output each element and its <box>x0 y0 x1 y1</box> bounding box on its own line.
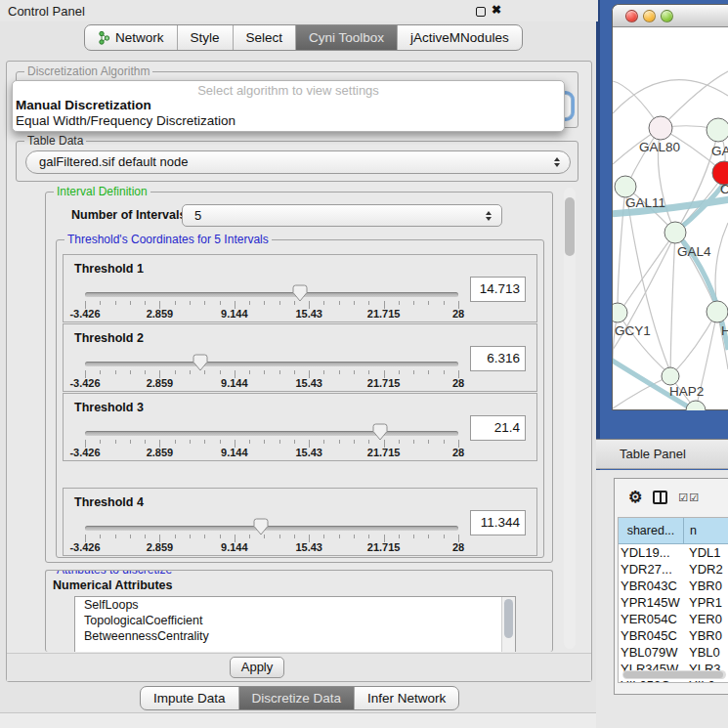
gear-icon[interactable]: ⚙ <box>628 490 642 505</box>
network-icon <box>98 30 110 45</box>
tab-network[interactable]: Network <box>85 25 177 50</box>
combo-stepper-icon <box>554 157 560 167</box>
minimize-traffic-light[interactable] <box>643 10 656 22</box>
column-header-shared[interactable]: shared... <box>619 518 684 544</box>
threshold-slider[interactable]: -3.4262.8599.14415.4321.71528 <box>85 282 458 321</box>
interval-definition-group: Interval Definition Number of Intervals … <box>45 192 553 563</box>
thresholds-list: Threshold 1-3.4262.8599.14415.4321.71528… <box>57 254 543 556</box>
threshold-slider[interactable]: -3.4262.8599.14415.4321.71528 <box>85 421 458 460</box>
node-gal80[interactable] <box>649 116 672 140</box>
dropdown-option-manual[interactable]: Manual Discretization <box>13 98 564 113</box>
tab-style[interactable]: Style <box>177 25 233 50</box>
scale-tick-label: 2.859 <box>147 541 174 553</box>
node-label: GAL11 <box>625 195 665 210</box>
node-gcy1[interactable] <box>613 303 627 322</box>
checkbox-icons[interactable]: ☑☑ <box>678 492 700 504</box>
numerical-attributes-list[interactable]: SelfLoopsTopologicalCoefficientBetweenne… <box>74 596 516 652</box>
table-data-combo[interactable]: galFiltered.sif default node <box>25 150 571 174</box>
node-top-right[interactable] <box>707 118 728 142</box>
float-window-icon[interactable] <box>476 7 486 17</box>
tab-label: Network <box>115 25 164 50</box>
threshold-slider[interactable]: -3.4262.8599.14415.4321.71528 <box>85 352 458 391</box>
apply-button[interactable]: Apply <box>230 657 284 678</box>
dropdown-option-equal-width[interactable]: Equal Width/Frequency Discretization <box>13 113 564 129</box>
thresholds-coordinates-group: Threshold's Coordinates for 5 Intervals … <box>56 239 544 558</box>
attribute-item[interactable]: BetweennessCentrality <box>75 628 515 644</box>
threshold-label: Threshold 1 <box>74 262 144 276</box>
node-gal11[interactable] <box>615 176 636 197</box>
network-window-titlebar[interactable] <box>613 5 728 27</box>
split-columns-icon[interactable] <box>653 491 667 504</box>
scale-tick-label: 9.144 <box>221 377 248 389</box>
table-row[interactable]: YBR043CYBR0 <box>619 578 728 594</box>
node-bottom[interactable] <box>686 401 706 410</box>
scale-tick-label: 28 <box>452 377 464 389</box>
window-bottom-strip <box>0 712 596 728</box>
threshold-value-field[interactable]: 21.4 <box>470 415 526 441</box>
threshold-label: Threshold 3 <box>74 401 144 414</box>
table-cell: YBL079W <box>619 644 684 661</box>
threshold-slider[interactable]: -3.4262.8599.14415.4321.71528 <box>85 516 458 555</box>
table-panel: ⚙ ☑☑ shared... n YDL19...YDL1YDR27...YDR… <box>596 470 728 728</box>
table-row[interactable]: YPR145WYPR1 <box>619 594 728 611</box>
node-label: GCY1 <box>615 323 651 338</box>
threshold-value-field[interactable]: 14.713 <box>470 277 526 302</box>
panel-vertical-scrollbar[interactable] <box>564 188 576 649</box>
scrollbar-thumb[interactable] <box>565 197 575 256</box>
threshold-label: Threshold 4 <box>74 495 144 509</box>
slider-thumb-icon[interactable] <box>253 518 269 535</box>
tab-discretize-data[interactable]: Discretize Data <box>238 687 355 709</box>
scale-tick-label: 15.43 <box>295 377 322 389</box>
number-of-intervals-combo[interactable]: 5 <box>182 204 502 227</box>
node-gal4[interactable] <box>664 222 686 243</box>
table-cell: YBR043C <box>619 578 684 594</box>
table-row[interactable]: YDL19...YDL1 <box>619 544 728 561</box>
scrollbar-thumb[interactable] <box>504 599 513 638</box>
group-title: Threshold's Coordinates for 5 Intervals <box>64 233 272 246</box>
table-row[interactable]: YER054CYER0 <box>619 611 728 627</box>
close-icon[interactable]: ✖ <box>492 3 501 17</box>
table-row[interactable]: YBL079WYBL0 <box>619 644 728 661</box>
apply-row: Apply <box>7 653 591 681</box>
table-row[interactable]: YBR045CYBR0 <box>619 627 728 644</box>
combo-value: 5 <box>194 208 201 223</box>
threshold-value-field[interactable]: 11.344 <box>470 510 526 535</box>
tab-impute-data[interactable]: Impute Data <box>141 687 238 709</box>
vertical-scrollbar[interactable] <box>501 597 515 652</box>
slider-thumb-icon[interactable] <box>372 423 388 441</box>
tab-cyni-toolbox[interactable]: Cyni Toolbox <box>295 25 397 50</box>
column-header-name[interactable]: n <box>684 518 728 544</box>
slider-thumb-icon[interactable] <box>193 354 208 371</box>
table-cell: YBR0 <box>684 578 728 594</box>
attribute-item[interactable]: TopologicalCoefficient <box>75 613 515 628</box>
horizontal-scrollbar[interactable] <box>622 670 726 679</box>
table-cell: YER0 <box>684 611 728 627</box>
table-toolbar: ⚙ ☑☑ <box>615 479 728 516</box>
scrollbar-thumb[interactable] <box>623 671 723 678</box>
tab-jactivemnodules[interactable]: jActiveMNodules <box>397 25 522 50</box>
screen: GAL80 GA C GAL11 GAL4 GCY1 H HAP2 Table … <box>0 0 728 728</box>
tab-infer-network[interactable]: Infer Network <box>354 687 458 709</box>
node-hap2[interactable] <box>662 367 679 385</box>
close-traffic-light[interactable] <box>625 10 638 22</box>
attributes-to-discretize-group: Attributes to discretize Numerical Attri… <box>45 570 553 652</box>
table-row[interactable]: YDR27...YDR2 <box>619 561 728 578</box>
threshold-value-field[interactable]: 6.316 <box>470 346 526 371</box>
table-cell: YDR2 <box>684 561 728 578</box>
scale-tick-label: -3.426 <box>69 541 100 553</box>
node-h[interactable] <box>707 301 728 322</box>
scale-tick-label: 9.144 <box>221 541 248 553</box>
top-tab-bar: Network Style Select Cyni Toolbox jActiv… <box>84 24 523 51</box>
node-table: shared... n YDL19...YDL1YDR27...YDR2YBR0… <box>618 517 728 683</box>
table-cell: YPR1 <box>684 594 728 611</box>
number-of-intervals-label: Number of Intervals <box>71 208 186 222</box>
tab-select[interactable]: Select <box>233 25 296 50</box>
network-canvas[interactable]: GAL80 GA C GAL11 GAL4 GCY1 H HAP2 <box>613 27 728 410</box>
threshold-panel: Threshold 1-3.4262.8599.14415.4321.71528… <box>63 254 537 322</box>
zoom-traffic-light[interactable] <box>661 10 673 22</box>
node-label: C <box>720 182 728 196</box>
table-cell: YPR145W <box>619 594 684 611</box>
attribute-item[interactable]: SelfLoops <box>75 597 515 613</box>
slider-thumb-icon[interactable] <box>292 284 308 302</box>
network-view-window: GAL80 GA C GAL11 GAL4 GCY1 H HAP2 <box>612 4 728 410</box>
